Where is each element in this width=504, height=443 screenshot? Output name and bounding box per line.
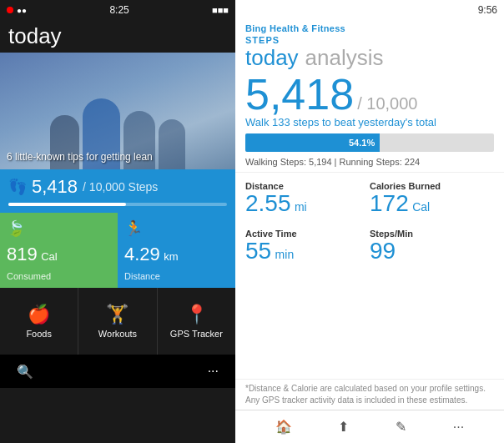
dist-icon: 🏃 bbox=[124, 219, 229, 238]
progress-track: 54.1% bbox=[245, 133, 494, 152]
cal-label: Consumed bbox=[7, 271, 111, 281]
progress-container: 54.1% bbox=[235, 133, 504, 152]
progress-fill: 54.1% bbox=[245, 133, 380, 152]
stat-steps-min-value: 99 bbox=[370, 238, 396, 264]
left-panel: ●● 8:25 ■■■ today 6 little-known tips fo… bbox=[0, 0, 235, 443]
right-panel: 9:56 Bing Health & Fitness STEPS today a… bbox=[235, 0, 504, 443]
stat-active-time-value: 55 bbox=[245, 238, 271, 264]
status-signal: ●● bbox=[17, 6, 27, 15]
stat-distance-unit: mi bbox=[295, 200, 307, 214]
dist-label: Distance bbox=[124, 271, 229, 281]
steps-goal: / 10,000 Steps bbox=[83, 180, 158, 194]
stat-calories-value-row: 172 Cal bbox=[370, 191, 494, 217]
analysis-header: today analysis bbox=[235, 45, 504, 71]
steps-number: 5,418 bbox=[32, 176, 78, 198]
big-steps-goal: / 10,000 bbox=[357, 94, 417, 113]
stat-active-time-value-row: 55 min bbox=[245, 239, 370, 264]
stat-distance: Distance 2.55 mi bbox=[245, 178, 370, 220]
stat-active-time-unit: min bbox=[275, 248, 295, 261]
right-header: Bing Health & Fitness STEPS bbox=[235, 20, 504, 45]
steps-progress-bar bbox=[8, 203, 227, 206]
battery-icon: ■■■ bbox=[212, 5, 229, 15]
section-label: STEPS bbox=[245, 35, 494, 45]
today-label: today bbox=[245, 45, 299, 71]
workouts-nav-tile[interactable]: 🏋️ Workouts bbox=[78, 288, 157, 355]
progress-pct-label: 54.1% bbox=[349, 138, 375, 148]
dist-value: 4.29 bbox=[124, 244, 160, 264]
right-time: 9:56 bbox=[478, 4, 497, 16]
gps-icon: 📍 bbox=[185, 304, 208, 325]
figure-4 bbox=[159, 119, 185, 169]
steps-detail: Walking Steps: 5,194 | Running Steps: 22… bbox=[235, 155, 504, 173]
gps-nav-tile[interactable]: 📍 GPS Tracker bbox=[158, 288, 235, 355]
steps-header: 👣 5,418 / 10,000 Steps bbox=[8, 176, 227, 198]
dist-unit: km bbox=[164, 250, 178, 263]
stats-grid: Distance 2.55 mi Calories Burned 172 Cal… bbox=[235, 173, 504, 273]
stat-calories-unit: Cal bbox=[412, 200, 430, 214]
bottom-nav-tiles: 🍎 Foods 🏋️ Workouts 📍 GPS Tracker bbox=[0, 288, 235, 355]
workouts-label: Workouts bbox=[98, 329, 137, 339]
page-title: today bbox=[0, 20, 235, 53]
foods-label: Foods bbox=[26, 329, 52, 339]
steps-progress-fill bbox=[8, 203, 126, 206]
big-steps-display: 5,418 / 10,000 bbox=[235, 71, 504, 116]
app-name: Bing Health & Fitness bbox=[245, 23, 494, 33]
cal-value-group: 819 Cal bbox=[7, 244, 111, 265]
big-steps-number: 5,418 bbox=[245, 73, 354, 116]
analysis-label: analysis bbox=[305, 45, 384, 71]
back-to-top-button[interactable]: ⬆ bbox=[338, 419, 349, 435]
foods-icon: 🍎 bbox=[28, 304, 50, 325]
status-bar-left: ●● bbox=[7, 6, 27, 15]
hero-caption: 6 little-known tips for getting lean bbox=[7, 151, 153, 163]
left-status-bar: ●● 8:25 ■■■ bbox=[0, 0, 235, 20]
search-button[interactable]: 🔍 bbox=[17, 364, 33, 380]
small-tiles: 🍃 819 Cal Consumed 🏃 4.29 km Distance bbox=[0, 213, 235, 288]
gps-label: GPS Tracker bbox=[170, 329, 223, 339]
right-bottom-bar: 🏠 ⬆ ✎ ··· bbox=[235, 410, 504, 443]
steps-icon: 👣 bbox=[8, 178, 27, 196]
home-button[interactable]: 🏠 bbox=[275, 419, 292, 435]
dist-value-group: 4.29 km bbox=[124, 244, 229, 265]
edit-button[interactable]: ✎ bbox=[396, 419, 406, 435]
steps-tile[interactable]: 👣 5,418 / 10,000 Steps bbox=[0, 169, 235, 213]
stat-distance-value-row: 2.55 mi bbox=[245, 191, 370, 217]
more-button[interactable]: ··· bbox=[208, 364, 219, 379]
stat-active-time: Active Time 55 min bbox=[245, 225, 370, 268]
signal-icon bbox=[7, 7, 13, 13]
calories-tile[interactable]: 🍃 819 Cal Consumed bbox=[0, 213, 118, 288]
disclaimer: *Distance & Calorie are calculated based… bbox=[235, 379, 504, 410]
cal-value: 819 bbox=[7, 244, 38, 264]
stat-steps-min: Steps/Min 99 bbox=[370, 225, 494, 268]
stat-steps-min-value-row: 99 bbox=[370, 239, 494, 264]
workouts-icon: 🏋️ bbox=[106, 304, 129, 325]
stat-calories: Calories Burned 172 Cal bbox=[370, 178, 494, 220]
right-status-bar: 9:56 bbox=[235, 0, 504, 20]
stat-distance-value: 2.55 bbox=[245, 190, 291, 216]
distance-tile[interactable]: 🏃 4.29 km Distance bbox=[118, 213, 235, 288]
foods-nav-tile[interactable]: 🍎 Foods bbox=[0, 288, 78, 355]
cal-icon: 🍃 bbox=[7, 219, 111, 238]
right-more-button[interactable]: ··· bbox=[453, 420, 464, 435]
left-time: 8:25 bbox=[109, 4, 129, 16]
hero-banner: 6 little-known tips for getting lean bbox=[0, 53, 235, 169]
stat-calories-value: 172 bbox=[370, 190, 409, 216]
walk-message: Walk 133 steps to beat yesterday's total bbox=[235, 116, 504, 133]
cal-unit: Cal bbox=[41, 250, 58, 263]
left-bottom-bar: 🔍 ··· bbox=[0, 355, 235, 388]
